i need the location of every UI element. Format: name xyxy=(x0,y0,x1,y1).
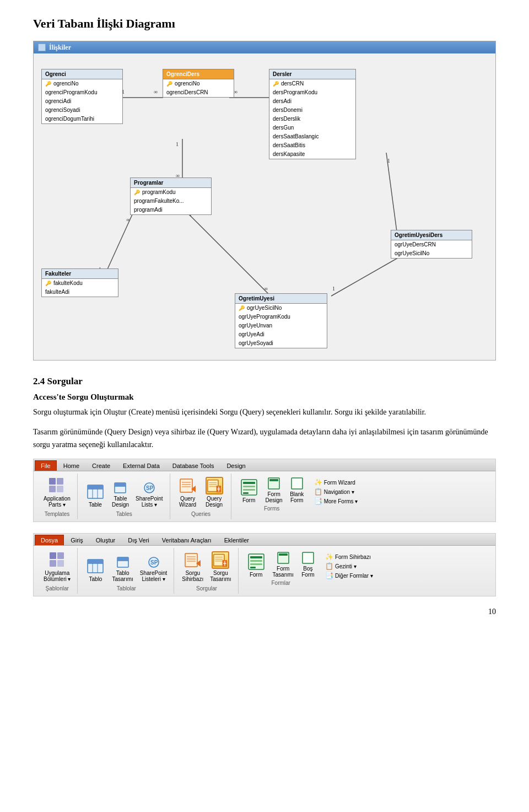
tab-design-en[interactable]: Design xyxy=(220,460,251,471)
group-templates-items: ApplicationParts ▾ xyxy=(41,476,73,509)
btn-more-forms-en[interactable]: 📑 More Forms ▾ xyxy=(312,497,360,506)
svg-text:∞: ∞ xyxy=(264,286,268,292)
btn-table-design-en[interactable]: TableDesign xyxy=(110,480,131,509)
ribbon-content-en: ApplicationParts ▾ Templates xyxy=(34,471,495,521)
sorgu-tasarimi-icon-tr xyxy=(212,551,229,569)
svg-text:1: 1 xyxy=(176,141,179,147)
row-dersSaatBitis: dersSaatBitis xyxy=(269,141,355,150)
ribbon-tabs-tr: Dosya Giriş Oluştur Dış Veri Veritabanı … xyxy=(34,534,495,546)
btn-table-en[interactable]: Table xyxy=(83,482,107,509)
svg-rect-21 xyxy=(49,478,56,485)
table-label-en: Table xyxy=(89,502,102,508)
page-title: Veri Tabanı İlişki Diagramı xyxy=(33,17,496,31)
svg-rect-59 xyxy=(50,560,56,567)
btn-query-wizard-en[interactable]: QueryWizard xyxy=(176,476,200,509)
row-ogrenciDersCRN: ogrenciDersCRN xyxy=(163,88,234,97)
ribbon-content-tr: UygulamaBölümleri ▾ Şablonlar xyxy=(34,546,495,596)
row-programKodu: 🔑programKodu xyxy=(131,188,211,197)
svg-rect-56 xyxy=(292,478,303,489)
sorgular-label-tr: Sorgular xyxy=(196,585,217,591)
form-label-tr: Form xyxy=(250,572,262,578)
row-dersKapasite: dersKapasite xyxy=(269,150,355,159)
row-ogrenciNo2: 🔑ogrenciNo xyxy=(163,79,234,88)
tab-olustur-tr[interactable]: Oluştur xyxy=(90,535,121,545)
query-wizard-label-en: QueryWizard xyxy=(179,496,196,508)
btn-application-parts-en[interactable]: ApplicationParts ▾ xyxy=(41,476,73,509)
group-forms-en: Form FormDesign xyxy=(233,474,364,519)
tab-home-en[interactable]: Home xyxy=(57,460,85,471)
group-tables-en: Table TableDesign xyxy=(79,474,170,519)
svg-rect-92 xyxy=(303,552,314,563)
tab-disveri-tr[interactable]: Dış Veri xyxy=(122,535,155,545)
svg-line-12 xyxy=(105,213,133,274)
tab-file-en[interactable]: File xyxy=(35,460,57,471)
btn-tablo-tr[interactable]: Tablo xyxy=(83,556,107,583)
table-dersler: Dersler 🔑dersCRN dersProgramKodu dersAdi… xyxy=(269,69,356,159)
row-programAdi: programAdi xyxy=(131,206,211,214)
row-ogrenciProgramKodu: ogrenciProgramKodu xyxy=(42,88,122,97)
row-ogrUyeSicilNo2: 🔑ogrUyeSicilNo xyxy=(235,304,327,313)
tab-dbtools-en[interactable]: Database Tools xyxy=(166,460,220,471)
row-ogrUyeDersCRN: ogrUyeDersCRN xyxy=(391,240,472,249)
uygulama-label-tr: UygulamaBölümleri ▾ xyxy=(44,570,71,582)
body-text-1: Sorgu oluşturmak için Oluştur (Create) m… xyxy=(33,406,496,418)
svg-text:SP: SP xyxy=(146,485,154,491)
svg-line-9 xyxy=(386,153,397,235)
svg-rect-66 xyxy=(93,560,98,563)
uygulama-icon-tr xyxy=(48,551,66,569)
btn-form-tr[interactable]: Form xyxy=(244,552,268,579)
table-ogrenci: Ogrenci 🔑ogrenciNo ogrenciProgramKodu og… xyxy=(41,69,123,124)
row-ogrUyeUnvan: ogrUyeUnvan xyxy=(235,321,327,330)
btn-sorgu-sihirbazi-tr[interactable]: SorguSihirbazı xyxy=(180,550,206,583)
svg-rect-91 xyxy=(279,553,288,556)
btn-gezinti-tr[interactable]: 📋 Gezinti ▾ xyxy=(323,562,375,571)
table-ogrenci-header: Ogrenci xyxy=(42,69,122,79)
row-fakulteKodu: 🔑fakulteKodu xyxy=(42,279,118,288)
btn-form-design-en[interactable]: FormDesign xyxy=(263,476,285,504)
svg-text:SP: SP xyxy=(150,560,158,566)
tablo-icon-tr xyxy=(87,557,104,575)
btn-navigation-en[interactable]: 📋 Navigation ▾ xyxy=(312,487,360,496)
sablonlar-label-tr: Şablonlar xyxy=(46,585,69,591)
group-forms-items: Form FormDesign xyxy=(237,476,307,504)
btn-form-en[interactable]: Form xyxy=(237,477,261,504)
btn-sharepoint-tr[interactable]: SP SharePointListeleri ▾ xyxy=(138,555,169,583)
btn-sorgu-tasarimi-tr[interactable]: SorguTasarımı xyxy=(208,550,233,583)
form-label-en: Form xyxy=(242,497,255,503)
ribbon-turkish: Dosya Giriş Oluştur Dış Veri Veritabanı … xyxy=(33,533,496,596)
tab-eklentiler-tr[interactable]: Eklentiler xyxy=(218,535,255,545)
btn-bos-form-tr[interactable]: BoşForm xyxy=(298,550,318,579)
table-fakulteler: Fakulteler 🔑fakulteKodu fakulteAdi xyxy=(41,268,118,297)
btn-blank-form-en[interactable]: BlankForm xyxy=(287,476,307,504)
svg-rect-57 xyxy=(50,552,56,559)
diagram-body: 1 ∞ ∞ 1 1 ∞ 1 ∞ ∞ 1 1 ∞ ∞ 1 xyxy=(34,53,495,360)
btn-tablo-tasarimi-tr[interactable]: TabloTasarımı xyxy=(110,555,135,583)
tab-giris-tr[interactable]: Giriş xyxy=(64,535,89,545)
btn-form-wizard-en[interactable]: ✨ Form Wizard xyxy=(312,478,360,487)
ribbon-english: File Home Create External Data Database … xyxy=(33,459,496,522)
btn-query-design-en[interactable]: QueryDesign xyxy=(202,476,226,509)
btn-form-sihirbazi-tr[interactable]: ✨ Form Sihirbazı xyxy=(323,552,375,561)
form-wizard-icon-en: ✨ xyxy=(314,478,322,486)
navigation-label-en: Navigation ▾ xyxy=(324,489,354,495)
bos-form-label-tr: BoşForm xyxy=(301,566,314,578)
btn-uygulama-bolümleri-tr[interactable]: UygulamaBölümleri ▾ xyxy=(41,550,73,583)
sharepoint-label-en: SharePointLists ▾ xyxy=(136,496,163,508)
tablo-label-tr: Tablo xyxy=(89,576,102,582)
query-design-icon-en xyxy=(206,477,223,494)
templates-label-en: Templates xyxy=(45,511,70,517)
tab-vdbtools-tr[interactable]: Veritabanı Araçları xyxy=(156,535,218,545)
tab-external-en[interactable]: External Data xyxy=(117,460,166,471)
btn-sharepoint-en[interactable]: SP SharePointLists ▾ xyxy=(133,480,165,509)
tab-dosya-tr[interactable]: Dosya xyxy=(35,535,64,545)
btn-form-tasarimi-tr[interactable]: FormTasarımı xyxy=(271,550,296,579)
diger-formlar-label-tr: Diğer Formlar ▾ xyxy=(335,573,373,579)
table-fakulteler-header: Fakulteler xyxy=(42,269,118,279)
tab-create-en[interactable]: Create xyxy=(86,460,116,471)
form-design-icon-en xyxy=(267,477,280,490)
page-number: 10 xyxy=(33,607,496,616)
svg-rect-51 xyxy=(243,486,255,487)
tables-label-en: Tables xyxy=(116,511,132,517)
btn-diger-formlar-tr[interactable]: 📑 Diğer Formlar ▾ xyxy=(323,571,375,580)
svg-rect-65 xyxy=(88,560,93,563)
